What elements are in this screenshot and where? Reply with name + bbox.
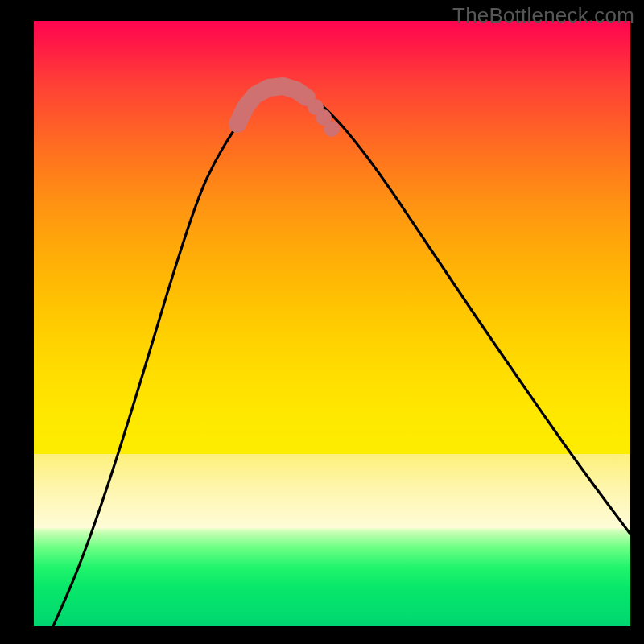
highlight-dot	[324, 121, 340, 137]
chart-svg	[34, 21, 630, 626]
highlight-markers	[229, 86, 340, 137]
outer-frame: TheBottleneck.com	[0, 0, 644, 644]
plot-area	[34, 21, 630, 626]
highlight-dot	[229, 116, 246, 132]
watermark-text: TheBottleneck.com	[452, 3, 634, 28]
highlight-stroke	[237, 86, 307, 124]
bottleneck-curve	[53, 87, 630, 626]
